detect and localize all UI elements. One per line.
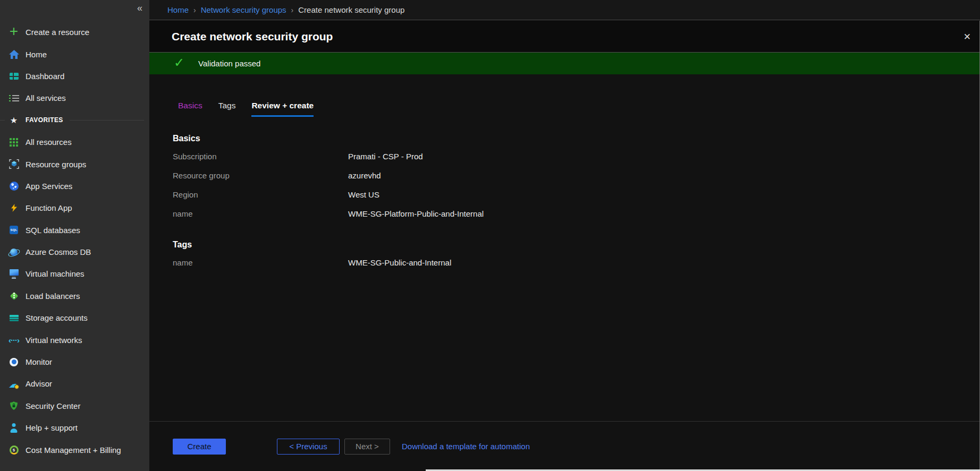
tab-basics[interactable]: Basics xyxy=(178,101,202,117)
sidebar-item-monitor[interactable]: Monitor xyxy=(0,351,149,373)
review-row: name WME-SG-Platform-Public-and-Internal xyxy=(173,204,979,223)
sidebar-item-advisor[interactable]: Advisor xyxy=(0,373,149,395)
sidebar-item-app-services[interactable]: App Services xyxy=(0,175,149,197)
diamond-icon xyxy=(7,290,20,302)
tab-tags[interactable]: Tags xyxy=(218,101,236,117)
breadcrumb-home-link[interactable]: Home xyxy=(167,5,189,14)
sidebar-item-label: Resource groups xyxy=(26,160,86,169)
sidebar-item-label: Home xyxy=(26,50,47,59)
sidebar-item-label: Cost Management + Billing xyxy=(26,446,121,455)
create-button[interactable]: Create xyxy=(173,439,226,455)
sidebar-item-cost-management-billing[interactable]: Cost Management + Billing xyxy=(0,439,149,460)
breadcrumb-network-security-groups-link[interactable]: Network security groups xyxy=(201,5,286,14)
tab-review-create[interactable]: Review + create xyxy=(251,101,314,117)
list-icon xyxy=(7,92,20,104)
sidebar-item-azure-cosmos-db[interactable]: Azure Cosmos DB xyxy=(0,241,149,263)
sidebar-item-all-services[interactable]: All services xyxy=(0,87,149,109)
chevron-right-icon: › xyxy=(291,6,294,14)
sidebar-item-security-center[interactable]: Security Center xyxy=(0,395,149,417)
sidebar-item-all-resources[interactable]: All resources xyxy=(0,131,149,153)
validation-message: Validation passed xyxy=(198,59,260,68)
globe-dots-icon xyxy=(7,180,20,192)
sidebar-item-label: All resources xyxy=(26,138,72,147)
sidebar-item-label: Storage accounts xyxy=(26,313,88,322)
monitor-screen-icon xyxy=(7,268,20,280)
review-row: Region West US xyxy=(173,185,979,204)
section-title: Tags xyxy=(173,240,979,250)
sidebar-item-resource-groups[interactable]: Resource groups xyxy=(0,153,149,175)
sidebar-item-label: Advisor xyxy=(26,379,52,388)
sidebar-item-label: Monitor xyxy=(26,357,52,366)
sidebar-item-virtual-machines[interactable]: Virtual machines xyxy=(0,263,149,285)
sidebar-item-load-balancers[interactable]: Load balancers xyxy=(0,285,149,307)
review-row: name WME-SG-Public-and-Internal xyxy=(173,253,979,272)
download-template-link[interactable]: Download a template for automation xyxy=(402,442,530,451)
sidebar-item-label: Virtual networks xyxy=(26,336,82,345)
sidebar-item-sql-databases[interactable]: SQL databases xyxy=(0,219,149,241)
review-row-label: Resource group xyxy=(173,171,348,180)
person-icon xyxy=(7,422,20,434)
sidebar-section-favorites: FAVORITES xyxy=(0,109,149,131)
collapse-sidebar-icon[interactable]: « xyxy=(137,3,142,14)
next-button[interactable]: Next > xyxy=(344,439,390,455)
main-area: Home › Network security groups › Create … xyxy=(149,0,980,471)
cube-brackets-icon xyxy=(7,158,20,170)
sidebar-item-label: Virtual machines xyxy=(26,269,85,278)
sidebar-item-help-support[interactable]: Help + support xyxy=(0,417,149,439)
sidebar-item-label: Security Center xyxy=(26,401,80,410)
sidebar-item-function-app[interactable]: Function App xyxy=(0,197,149,219)
sidebar-item-label: Dashboard xyxy=(26,72,64,81)
review-row-label: Subscription xyxy=(173,152,348,161)
review-row: Resource group azurevhd xyxy=(173,166,979,185)
dashboard-icon xyxy=(7,70,20,82)
section-tags: Tags name WME-SG-Public-and-Internal xyxy=(173,240,979,272)
sidebar-item-storage-accounts[interactable]: Storage accounts xyxy=(0,307,149,329)
sidebar-item-label: Load balancers xyxy=(26,292,80,301)
review-row-label: Region xyxy=(173,190,348,199)
previous-button[interactable]: < Previous xyxy=(277,439,340,455)
review-row-value: Pramati - CSP - Prod xyxy=(348,152,423,161)
chevron-right-icon: › xyxy=(193,6,196,14)
panel-header: Create network security group ✕ xyxy=(149,21,979,52)
sidebar-item-label: All services xyxy=(26,93,66,102)
star-icon xyxy=(7,114,20,126)
planet-icon xyxy=(7,246,20,258)
sidebar-item-create-a-resource[interactable]: Create a resource xyxy=(0,21,149,43)
sidebar-item-home[interactable]: Home xyxy=(0,43,149,65)
breadcrumb: Home › Network security groups › Create … xyxy=(149,0,980,20)
sidebar-section-label: FAVORITES xyxy=(26,116,63,124)
create-nsg-panel: Create network security group ✕ ✓ Valida… xyxy=(149,21,980,471)
sql-database-icon xyxy=(7,224,20,236)
lightning-icon xyxy=(7,202,20,214)
sidebar-item-virtual-networks[interactable]: Virtual networks xyxy=(0,329,149,350)
sidebar-item-label: Azure Cosmos DB xyxy=(26,247,91,256)
plus-icon xyxy=(7,27,20,38)
sidebar-item-label: App Services xyxy=(26,182,72,191)
home-icon xyxy=(7,48,20,60)
grid-icon xyxy=(7,136,20,148)
validation-banner: ✓ Validation passed xyxy=(149,52,979,74)
sidebar-item-dashboard[interactable]: Dashboard xyxy=(0,65,149,87)
sidebar-item-label: Create a resource xyxy=(26,28,89,37)
sidebar-item-label: SQL databases xyxy=(26,226,80,235)
review-row-value: West US xyxy=(348,190,379,199)
review-row-value: WME-SG-Platform-Public-and-Internal xyxy=(348,209,484,218)
sidebar: « Create a resource Home Dashboard All s… xyxy=(0,0,149,471)
sidebar-item-label: Function App xyxy=(26,203,72,212)
section-basics: Basics Subscription Pramati - CSP - Prod… xyxy=(173,134,979,223)
review-row-label: name xyxy=(173,209,348,218)
breadcrumb-current: Create network security group xyxy=(298,5,404,14)
sidebar-item-label: Help + support xyxy=(26,423,78,432)
shield-icon xyxy=(7,400,20,412)
page-title: Create network security group xyxy=(172,30,333,43)
checkmark-icon: ✓ xyxy=(174,55,184,70)
review-row-value: azurevhd xyxy=(348,171,381,180)
review-row-value: WME-SG-Public-and-Internal xyxy=(348,258,451,267)
storage-bars-icon xyxy=(7,312,20,324)
sidebar-nav: Create a resource Home Dashboard All ser… xyxy=(0,21,149,461)
dollar-ring-icon xyxy=(7,444,20,456)
tab-bar: Basics Tags Review + create xyxy=(178,101,979,117)
review-content: Basics Tags Review + create Basics Subsc… xyxy=(149,74,979,421)
cloud-badge-icon xyxy=(7,378,20,390)
close-icon[interactable]: ✕ xyxy=(964,31,971,42)
